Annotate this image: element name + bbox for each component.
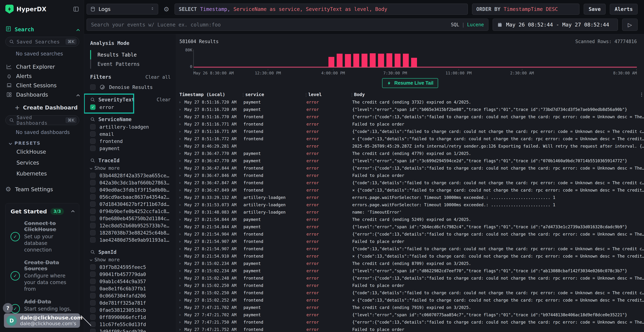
histogram-bar[interactable] — [337, 54, 342, 68]
preset-link[interactable]: Kubernetes — [16, 170, 79, 177]
row-expand-chevron-icon[interactable]: › — [176, 195, 184, 200]
sidebar-item-client-sessions[interactable]: Client Sessions — [5, 81, 79, 90]
row-expand-chevron-icon[interactable]: › — [176, 312, 184, 317]
preset-link[interactable]: Services — [16, 160, 79, 166]
table-row[interactable]: › May 27 8:46:29.281 AM error 2025-05-26… — [176, 142, 644, 150]
chevron-up-icon[interactable] — [77, 26, 79, 32]
checkbox[interactable] — [90, 131, 96, 137]
row-expand-chevron-icon[interactable]: › — [176, 188, 184, 192]
histogram-bar[interactable] — [370, 53, 376, 68]
help-button[interactable]: ? — [3, 303, 13, 313]
checkbox[interactable] — [90, 202, 96, 207]
filter-option[interactable]: 0ff8990066efcf1d — [90, 314, 171, 321]
event-search-input[interactable]: Search your events w/ Lucene ex. column:… — [86, 18, 488, 31]
table-row[interactable]: › May 27 8:36:47.770 AM payment error {"… — [176, 157, 644, 164]
table-row[interactable]: › May 27 8:51:16.720 AM payment error Th… — [176, 98, 644, 106]
row-expand-chevron-icon[interactable]: › — [176, 320, 184, 324]
select-query-input[interactable]: SELECT Timestamp, ServiceName as service… — [174, 4, 468, 15]
row-expand-chevron-icon[interactable]: › — [176, 173, 184, 178]
checkbox[interactable] — [90, 272, 96, 277]
sidebar-item-search[interactable]: Search — [5, 25, 79, 34]
saved-dashboards-input[interactable]: Saved Dashboards ⌘K — [5, 116, 79, 125]
preset-link[interactable]: ClickHouse — [16, 149, 79, 155]
resume-live-tail-button[interactable]: Resume Live Tail — [382, 78, 438, 88]
filter-option[interactable]: 18287038b73e882425c64b8… — [90, 229, 171, 236]
histogram-bar[interactable] — [386, 53, 392, 68]
histogram-bar[interactable] — [378, 54, 384, 68]
checkbox[interactable] — [90, 279, 96, 284]
row-expand-chevron-icon[interactable]: › — [176, 107, 184, 112]
source-settings-gear-icon[interactable]: ⚙ — [164, 6, 169, 13]
filter-option[interactable]: 03b44828f42a3573ea655ce… — [90, 172, 171, 179]
filter-option[interactable]: frontend — [90, 138, 171, 145]
saved-searches-input[interactable]: Saved Searches ⌘K — [5, 37, 79, 46]
checkbox[interactable] — [90, 322, 96, 327]
mode-event-patterns[interactable]: Event Patterns — [90, 60, 171, 69]
filter-option[interactable]: 03f7b824595feec5 — [90, 264, 171, 271]
table-row[interactable]: › May 27 8:15:02.234 AM payment error Th… — [176, 260, 644, 267]
filter-option[interactable]: email — [90, 130, 171, 138]
table-row[interactable]: › May 27 7:47:21.702 AM payment error Th… — [176, 304, 644, 311]
save-button[interactable]: Save — [584, 4, 605, 14]
run-query-button[interactable]: ▷ — [622, 18, 638, 31]
clear-all-link[interactable]: Clear all — [146, 74, 171, 80]
presets-toggle[interactable]: PRESETS — [9, 140, 79, 146]
order-by-input[interactable]: ORDER BY TimestampTime DESC — [472, 4, 580, 15]
table-row[interactable]: › May 27 8:31:53.073 AM artillery-loadge… — [176, 201, 644, 208]
checkbox-checked[interactable]: ✓ — [90, 104, 96, 110]
user-menu[interactable]: D dale@clickhouse.com dale@clickhouse.co… — [4, 314, 80, 328]
row-expand-chevron-icon[interactable]: › — [176, 158, 184, 163]
sidebar-item-dashboards[interactable]: Dashboards — [5, 90, 79, 99]
checkbox[interactable] — [90, 307, 96, 313]
histogram-bar[interactable] — [328, 57, 334, 68]
trace-show-more[interactable]: Show more — [90, 164, 171, 172]
get-started-item[interactable]: ✓ Create Data Sources Configure where yo… — [10, 260, 74, 292]
table-row[interactable]: › May 27 7:47:21.752 AM frontend error F… — [176, 326, 644, 332]
filter-option[interactable]: 0f94b9befe0b4252ccfa1c8… — [90, 208, 171, 215]
histogram-bar[interactable] — [353, 54, 359, 68]
table-row[interactable]: › May 27 8:21:54.844 AM payment error Th… — [176, 216, 644, 223]
checkbox[interactable] — [90, 230, 96, 236]
checkbox[interactable] — [90, 138, 96, 144]
table-row[interactable]: › May 27 8:33:29.132 AM artillery-loadge… — [176, 194, 644, 201]
filter-option[interactable]: 09ab1c4544c9a357 — [90, 278, 171, 285]
row-expand-chevron-icon[interactable]: › — [176, 151, 184, 156]
filter-option[interactable]: 1d94f08c5acdb28e — [90, 328, 171, 332]
checkbox[interactable] — [90, 314, 96, 320]
table-row[interactable]: › May 27 8:36:47.844 AM frontend error {… — [176, 164, 644, 172]
row-expand-chevron-icon[interactable]: › — [176, 261, 184, 266]
alerts-button[interactable]: Alerts — [610, 4, 638, 14]
histogram-bar[interactable] — [411, 58, 417, 68]
checkbox[interactable] — [90, 84, 96, 90]
row-expand-chevron-icon[interactable]: › — [176, 305, 184, 310]
row-expand-chevron-icon[interactable]: › — [176, 268, 184, 273]
table-row[interactable]: › May 27 8:21:54.910 AM frontend error ×… — [176, 252, 644, 260]
filter-option[interactable]: 11c67fe55c0d13fd — [90, 321, 171, 328]
histogram-bar[interactable] — [403, 54, 409, 68]
collapse-sidebar-icon[interactable] — [73, 6, 79, 12]
chevron-up-icon[interactable] — [77, 92, 79, 98]
column-service[interactable]: ⋮service — [244, 92, 307, 97]
checkbox[interactable] — [90, 329, 96, 332]
checkbox[interactable] — [90, 286, 96, 291]
table-row[interactable]: › May 27 7:47:21.750 AM frontend error {… — [176, 318, 644, 326]
table-row[interactable]: › May 27 8:51:16.771 AM frontend error {… — [176, 128, 644, 135]
checkbox[interactable] — [90, 264, 96, 270]
filter-option-error[interactable]: ✓ error — [90, 104, 171, 111]
brand[interactable]: HyperDX — [5, 5, 46, 14]
column-drag-handle-icon[interactable]: ⋮ — [241, 92, 245, 97]
filter-option[interactable]: 0fbe680eb456750b2d1184c… — [90, 215, 171, 222]
filter-option[interactable]: 09041fb457779da0 — [90, 271, 171, 278]
mode-results-table[interactable]: Results Table — [90, 50, 171, 60]
row-expand-chevron-icon[interactable]: › — [176, 210, 184, 214]
row-expand-chevron-icon[interactable]: › — [176, 217, 184, 222]
row-expand-chevron-icon[interactable]: › — [176, 180, 184, 185]
checkbox[interactable] — [90, 194, 96, 200]
severity-clear-link[interactable]: Clear — [157, 97, 171, 102]
get-started-item[interactable]: ✓ Connect to ClickHouse Set up your data… — [10, 220, 74, 253]
checkbox[interactable] — [90, 146, 96, 151]
histogram-bar[interactable] — [362, 54, 368, 68]
filter-option[interactable]: 056cd9acbaac8637a4354a2… — [90, 193, 171, 200]
column-drag-handle-icon[interactable]: ⋮ — [350, 92, 354, 97]
row-expand-chevron-icon[interactable]: › — [176, 290, 184, 295]
